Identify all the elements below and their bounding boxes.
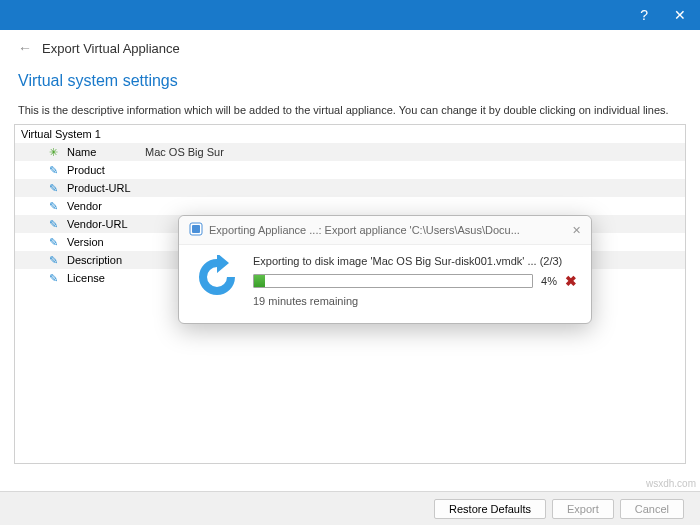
row-label: Product [67, 164, 145, 176]
section-title: Virtual system settings [0, 62, 700, 94]
app-icon [189, 222, 203, 238]
group-header: Virtual System 1 [15, 125, 685, 143]
row-value: Mac OS Big Sur [145, 146, 224, 158]
tag-icon: ✎ [45, 272, 61, 285]
svg-rect-1 [192, 225, 200, 233]
tag-icon: ✎ [45, 200, 61, 213]
dialog-titlebar: Exporting Appliance ...: Export applianc… [179, 216, 591, 245]
tag-icon: ✎ [45, 182, 61, 195]
page-title: Export Virtual Appliance [42, 41, 180, 56]
progress-percent: 4% [541, 275, 557, 287]
tag-icon: ✎ [45, 218, 61, 231]
restore-defaults-button[interactable]: Restore Defaults [434, 499, 546, 519]
titlebar: ? ✕ [0, 0, 700, 30]
export-arrow-icon [193, 255, 241, 303]
row-label: Description [67, 254, 145, 266]
footer: Restore Defaults Export Cancel [0, 491, 700, 525]
row-label: Vendor [67, 200, 145, 212]
tag-icon: ✎ [45, 236, 61, 249]
dialog-close-icon[interactable]: ✕ [572, 224, 581, 237]
watermark: wsxdh.com [646, 478, 696, 489]
cancel-progress-icon[interactable]: ✖ [565, 273, 577, 289]
gear-icon: ✳ [45, 146, 61, 159]
row-label: Vendor-URL [67, 218, 145, 230]
export-button: Export [552, 499, 614, 519]
row-label: License [67, 272, 145, 284]
row-vendor[interactable]: ✎ Vendor [15, 197, 685, 215]
cancel-button: Cancel [620, 499, 684, 519]
dialog-title: Exporting Appliance ...: Export applianc… [209, 224, 520, 236]
tag-icon: ✎ [45, 254, 61, 267]
help-text: This is the descriptive information whic… [0, 94, 700, 124]
progress-bar [253, 274, 533, 288]
row-label: Version [67, 236, 145, 248]
back-icon[interactable]: ← [18, 40, 32, 56]
progress-dialog: Exporting Appliance ...: Export applianc… [178, 215, 592, 324]
close-icon[interactable]: ✕ [674, 8, 686, 22]
header: ← Export Virtual Appliance [0, 30, 700, 62]
row-product[interactable]: ✎ Product [15, 161, 685, 179]
tag-icon: ✎ [45, 164, 61, 177]
row-product-url[interactable]: ✎ Product-URL [15, 179, 685, 197]
row-label: Product-URL [67, 182, 145, 194]
row-label: Name [67, 146, 145, 158]
row-name[interactable]: ✳ Name Mac OS Big Sur [15, 143, 685, 161]
help-icon[interactable]: ? [640, 8, 648, 22]
progress-status: Exporting to disk image 'Mac OS Big Sur-… [253, 255, 577, 267]
time-remaining: 19 minutes remaining [253, 295, 577, 307]
